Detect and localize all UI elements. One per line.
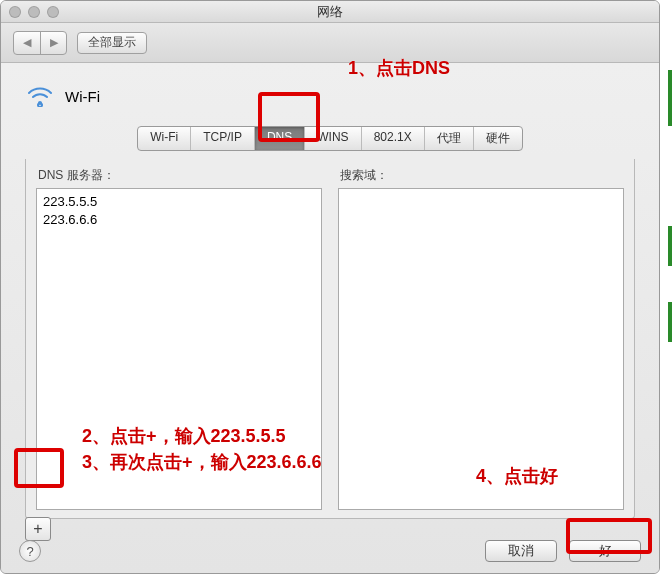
sheet-area: Wi-Fi Wi-Fi TCP/IP DNS WINS 802.1X 代理 硬件… [1,63,659,573]
decorative-stripe [668,302,672,342]
dns-panel: DNS 服务器： 223.5.5.5 223.6.6.6 搜索域： [25,159,635,519]
tabs-container: Wi-Fi TCP/IP DNS WINS 802.1X 代理 硬件 [1,120,659,151]
window-title: 网络 [1,3,659,21]
tab-wifi[interactable]: Wi-Fi [138,127,190,150]
toolbar: ◀ ▶ 全部显示 [1,23,659,63]
help-button[interactable]: ? [19,540,41,562]
page-title: Wi-Fi [65,88,100,105]
dns-servers-label: DNS 服务器： [36,167,322,184]
list-item[interactable]: 223.6.6.6 [43,211,315,229]
preferences-window: 网络 ◀ ▶ 全部显示 Wi-Fi Wi-Fi TCP/IP DNS WINS [0,0,660,574]
ok-button[interactable]: 好 [569,540,641,562]
tab-tcpip[interactable]: TCP/IP [190,127,254,150]
tabs: Wi-Fi TCP/IP DNS WINS 802.1X 代理 硬件 [137,126,522,151]
wifi-header: Wi-Fi [1,63,659,120]
back-button[interactable]: ◀ [14,32,40,54]
dns-servers-list[interactable]: 223.5.5.5 223.6.6.6 [36,188,322,510]
list-item[interactable]: 223.5.5.5 [43,193,315,211]
forward-button[interactable]: ▶ [40,32,66,54]
cancel-button[interactable]: 取消 [485,540,557,562]
svg-point-0 [38,101,42,105]
search-domains-label: 搜索域： [338,167,624,184]
tab-wins[interactable]: WINS [304,127,360,150]
nav-segment: ◀ ▶ [13,31,67,55]
footer-buttons: 取消 好 [485,540,641,562]
tab-dns[interactable]: DNS [254,127,304,150]
titlebar: 网络 [1,1,659,23]
decorative-stripe [668,226,672,266]
search-domains-list[interactable] [338,188,624,510]
show-all-button[interactable]: 全部显示 [77,32,147,54]
dns-servers-column: DNS 服务器： 223.5.5.5 223.6.6.6 [36,167,322,510]
search-domains-column: 搜索域： [338,167,624,510]
footer: ? 取消 好 [1,529,659,573]
tab-hardware[interactable]: 硬件 [473,127,522,150]
decorative-stripe [668,70,672,126]
tab-8021x[interactable]: 802.1X [361,127,424,150]
wifi-icon [25,83,55,110]
tab-proxy[interactable]: 代理 [424,127,473,150]
